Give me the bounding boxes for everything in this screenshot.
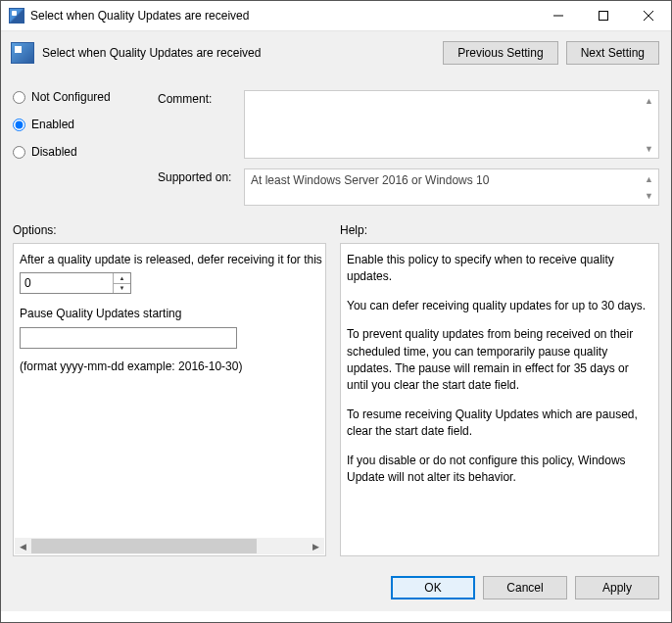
supported-label: Supported on:: [158, 168, 234, 184]
radio-not-configured-input[interactable]: [13, 91, 25, 104]
spin-down-icon[interactable]: ▼: [114, 284, 130, 294]
comment-value: [245, 91, 658, 99]
svg-rect-1: [600, 12, 608, 21]
scroll-right-icon[interactable]: ▶: [308, 538, 324, 554]
state-radios: Not Configured Enabled Disabled: [13, 90, 140, 216]
scroll-down-icon[interactable]: ▼: [641, 187, 657, 204]
scroll-thumb[interactable]: [31, 539, 257, 553]
ok-button[interactable]: OK: [391, 576, 475, 599]
close-button[interactable]: [626, 1, 671, 30]
policy-icon: [11, 42, 34, 64]
options-panel: After a quality update is released, defe…: [13, 243, 326, 556]
help-paragraph: Enable this policy to specify when to re…: [347, 252, 650, 286]
radio-not-configured[interactable]: Not Configured: [13, 90, 140, 104]
options-horizontal-scrollbar[interactable]: ◀ ▶: [15, 538, 324, 554]
previous-setting-button[interactable]: Previous Setting: [443, 41, 557, 65]
help-paragraph: You can defer receiving quality updates …: [347, 298, 650, 314]
comment-label: Comment:: [158, 90, 234, 106]
scroll-down-icon[interactable]: ▼: [641, 140, 657, 157]
radio-enabled-label: Enabled: [31, 118, 74, 131]
supported-value: At least Windows Server 2016 or Windows …: [245, 169, 658, 191]
apply-button[interactable]: Apply: [575, 576, 659, 599]
radio-not-configured-label: Not Configured: [31, 90, 111, 104]
help-heading: Help:: [340, 223, 659, 237]
defer-days-stepper[interactable]: ▲ ▼: [20, 272, 131, 294]
header-row: Select when Quality Updates are received…: [1, 31, 671, 72]
pause-date-input[interactable]: [20, 327, 237, 349]
radio-enabled[interactable]: Enabled: [13, 118, 140, 131]
comment-textarea[interactable]: ▲ ▼: [244, 90, 659, 159]
footer-buttons: OK Cancel Apply: [1, 566, 671, 611]
radio-disabled-label: Disabled: [31, 145, 77, 159]
help-panel: Enable this policy to specify when to re…: [340, 243, 659, 556]
help-paragraph: To resume receiving Quality Updates whic…: [347, 407, 650, 441]
scroll-up-icon[interactable]: ▲: [641, 92, 657, 109]
next-setting-button[interactable]: Next Setting: [566, 41, 659, 65]
maximize-button[interactable]: [581, 1, 626, 30]
defer-days-input[interactable]: [21, 273, 113, 293]
radio-disabled-input[interactable]: [13, 146, 25, 159]
title-bar: Select when Quality Updates are received: [1, 1, 671, 31]
help-paragraph: To prevent quality updates from being re…: [347, 326, 650, 395]
defer-label: After a quality update is released, defe…: [20, 252, 325, 268]
window-title: Select when Quality Updates are received: [30, 9, 536, 23]
spin-up-icon[interactable]: ▲: [114, 273, 130, 284]
scroll-up-icon[interactable]: ▲: [641, 170, 657, 187]
pause-label: Pause Quality Updates starting: [20, 306, 325, 322]
format-hint: (format yyyy-mm-dd example: 2016-10-30): [20, 359, 325, 375]
supported-textarea: At least Windows Server 2016 or Windows …: [244, 168, 659, 206]
options-heading: Options:: [13, 223, 326, 237]
radio-disabled[interactable]: Disabled: [13, 145, 140, 159]
help-paragraph: If you disable or do not configure this …: [347, 453, 650, 487]
header-title: Select when Quality Updates are received: [42, 46, 435, 60]
cancel-button[interactable]: Cancel: [483, 576, 567, 599]
app-icon: [9, 8, 24, 24]
scroll-left-icon[interactable]: ◀: [15, 538, 31, 554]
minimize-button[interactable]: [536, 1, 581, 30]
radio-enabled-input[interactable]: [13, 119, 25, 131]
